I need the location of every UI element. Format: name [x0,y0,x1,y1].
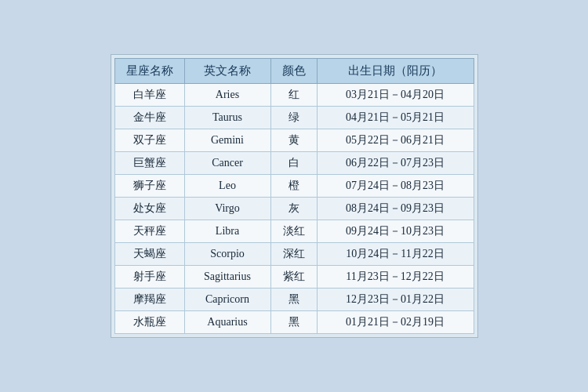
table-body: 白羊座Aries红03月21日－04月20日金牛座Taurus绿04月21日－0… [114,84,474,334]
cell-color: 深红 [270,243,317,266]
cell-chinese: 水瓶座 [114,311,184,334]
cell-color: 淡红 [270,220,317,243]
cell-chinese: 白羊座 [114,84,184,107]
cell-english: Sagittarius [184,266,270,289]
cell-color: 黑 [270,289,317,311]
table-row: 狮子座Leo橙07月24日－08月23日 [114,175,474,198]
table-row: 水瓶座Aquarius黑01月21日－02月19日 [114,311,474,334]
cell-date: 10月24日－11月22日 [317,243,474,266]
cell-color: 红 [270,84,317,107]
cell-chinese: 金牛座 [114,107,184,129]
cell-english: Scorpio [184,243,270,266]
cell-date: 11月23日－12月22日 [317,266,474,289]
cell-date: 09月24日－10月23日 [317,220,474,243]
cell-chinese: 天秤座 [114,220,184,243]
cell-date: 07月24日－08月23日 [317,175,474,198]
cell-date: 12月23日－01月22日 [317,289,474,311]
table-row: 金牛座Taurus绿04月21日－05月21日 [114,107,474,129]
table-row: 巨蟹座Cancer白06月22日－07月23日 [114,152,474,175]
table-row: 双子座Gemini黄05月22日－06月21日 [114,129,474,152]
header-color: 颜色 [270,59,317,84]
cell-chinese: 狮子座 [114,175,184,198]
cell-english: Leo [184,175,270,198]
zodiac-table-container: 星座名称 英文名称 颜色 出生日期（阳历） 白羊座Aries红03月21日－04… [111,54,478,338]
cell-color: 紫红 [270,266,317,289]
cell-english: Gemini [184,129,270,152]
cell-english: Virgo [184,198,270,220]
table-row: 天蝎座Scorpio深红10月24日－11月22日 [114,243,474,266]
cell-chinese: 双子座 [114,129,184,152]
cell-english: Aries [184,84,270,107]
cell-chinese: 巨蟹座 [114,152,184,175]
zodiac-table: 星座名称 英文名称 颜色 出生日期（阳历） 白羊座Aries红03月21日－04… [114,58,474,334]
table-row: 天秤座Libra淡红09月24日－10月23日 [114,220,474,243]
cell-color: 灰 [270,198,317,220]
cell-english: Aquarius [184,311,270,334]
cell-date: 05月22日－06月21日 [317,129,474,152]
table-row: 白羊座Aries红03月21日－04月20日 [114,84,474,107]
cell-color: 白 [270,152,317,175]
cell-color: 黄 [270,129,317,152]
cell-chinese: 天蝎座 [114,243,184,266]
table-row: 射手座Sagittarius紫红11月23日－12月22日 [114,266,474,289]
cell-english: Cancer [184,152,270,175]
cell-chinese: 摩羯座 [114,289,184,311]
cell-color: 橙 [270,175,317,198]
header-date: 出生日期（阳历） [317,59,474,84]
cell-chinese: 处女座 [114,198,184,220]
table-row: 摩羯座Capricorn黑12月23日－01月22日 [114,289,474,311]
cell-date: 01月21日－02月19日 [317,311,474,334]
cell-english: Capricorn [184,289,270,311]
table-header-row: 星座名称 英文名称 颜色 出生日期（阳历） [114,59,474,84]
cell-english: Libra [184,220,270,243]
cell-date: 06月22日－07月23日 [317,152,474,175]
cell-chinese: 射手座 [114,266,184,289]
header-english: 英文名称 [184,59,270,84]
cell-color: 绿 [270,107,317,129]
cell-color: 黑 [270,311,317,334]
header-chinese: 星座名称 [114,59,184,84]
cell-english: Taurus [184,107,270,129]
cell-date: 04月21日－05月21日 [317,107,474,129]
cell-date: 03月21日－04月20日 [317,84,474,107]
table-row: 处女座Virgo灰08月24日－09月23日 [114,198,474,220]
cell-date: 08月24日－09月23日 [317,198,474,220]
